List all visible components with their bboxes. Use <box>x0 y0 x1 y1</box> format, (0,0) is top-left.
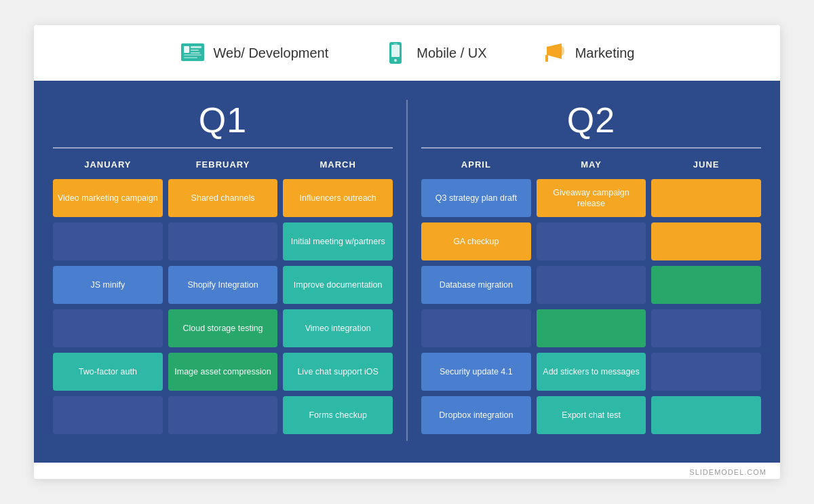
q1-title: Q1 <box>53 100 393 140</box>
cell-add-stickers: Add stickers to messages <box>537 353 646 391</box>
cell-forms-checkup: Forms checkup <box>283 396 393 434</box>
march-header: MARCH <box>283 155 393 174</box>
q1-months-header: JANUARY Video marketing campaign JS mini… <box>53 155 393 434</box>
quarter-q2: Q2 APRIL Q3 strategy plan draft GA check… <box>421 100 761 441</box>
web-dev-icon <box>180 40 206 66</box>
legend-item-web: Web/ Development <box>180 40 329 66</box>
cell-apr-empty-4 <box>421 309 531 347</box>
cell-may-empty-3 <box>537 266 646 304</box>
quarter-q1: Q1 JANUARY Video marketing campaign JS m… <box>53 100 393 441</box>
svg-rect-8 <box>391 45 400 57</box>
q2-divider <box>421 147 761 149</box>
february-col: FEBRUARY Shared channels Shopify Integra… <box>168 155 278 434</box>
legend-bar: Web/ Development Mobile / UX <box>34 25 780 81</box>
svg-rect-6 <box>184 57 197 58</box>
quarter-separator <box>406 100 408 441</box>
cell-ga-checkup: GA checkup <box>421 222 531 260</box>
svg-rect-1 <box>184 46 189 53</box>
cell-image-asset: Image asset compression <box>168 353 278 391</box>
cell-may-green-4 <box>537 309 646 347</box>
web-dev-label: Web/ Development <box>214 45 329 61</box>
cell-shopify: Shopify Integration <box>168 266 278 304</box>
cell-shared-channels: Shared channels <box>168 179 278 217</box>
cell-two-factor: Two-factor auth <box>53 353 163 391</box>
svg-rect-12 <box>545 55 548 62</box>
svg-rect-5 <box>184 54 201 56</box>
svg-point-13 <box>559 46 564 56</box>
june-col: JUNE <box>651 155 761 434</box>
cell-live-chat: Live chat support iOS <box>283 353 393 391</box>
svg-rect-10 <box>393 43 398 45</box>
march-col: MARCH Influencers outreach Initial meeti… <box>283 155 393 434</box>
cell-giveaway: Giveaway campaign release <box>537 179 646 217</box>
april-col: APRIL Q3 strategy plan draft GA checkup … <box>421 155 531 434</box>
cell-vimeo: Vimeo integration <box>283 309 393 347</box>
cell-jun-empty-4 <box>651 309 761 347</box>
cell-influencers: Influencers outreach <box>283 179 393 217</box>
cell-q3-strategy: Q3 strategy plan draft <box>421 179 531 217</box>
svg-rect-2 <box>191 46 201 48</box>
mobile-ux-label: Mobile / UX <box>416 45 486 61</box>
june-header: JUNE <box>651 155 761 174</box>
watermark: SLIDEMODEL.COM <box>34 463 780 479</box>
january-col: JANUARY Video marketing campaign JS mini… <box>53 155 163 434</box>
may-col: MAY Giveaway campaign release Add sticke… <box>537 155 646 434</box>
cell-dropbox: Dropbox integration <box>421 396 531 434</box>
legend-item-mobile: Mobile / UX <box>383 40 486 66</box>
cell-may-empty-2 <box>537 222 646 260</box>
cell-feb-empty-2 <box>168 222 278 260</box>
svg-point-9 <box>394 59 397 62</box>
q2-title: Q2 <box>421 100 761 140</box>
february-header: FEBRUARY <box>168 155 278 174</box>
cell-feb-empty-6 <box>168 396 278 434</box>
cell-cloud-storage: Cloud storage testing <box>168 309 278 347</box>
cell-db-migration: Database migration <box>421 266 531 304</box>
calendar-main: Q1 JANUARY Video marketing campaign JS m… <box>34 81 780 463</box>
january-header: JANUARY <box>53 155 163 174</box>
marketing-icon <box>541 40 567 66</box>
svg-rect-3 <box>191 50 199 51</box>
q2-months-header: APRIL Q3 strategy plan draft GA checkup … <box>421 155 761 434</box>
q1-divider <box>53 147 393 149</box>
legend-item-marketing: Marketing <box>541 40 635 66</box>
cell-jun-empty-5 <box>651 353 761 391</box>
cell-jun-teal-6 <box>651 396 761 434</box>
slide-container: Web/ Development Mobile / UX <box>34 25 780 479</box>
may-header: MAY <box>537 155 646 174</box>
marketing-label: Marketing <box>575 45 635 61</box>
cell-improve-docs: Improve documentation <box>283 266 393 304</box>
cell-jun-green-3 <box>651 266 761 304</box>
svg-rect-4 <box>191 52 200 54</box>
cell-js-minify: JS minify <box>53 266 163 304</box>
cell-initial-meeting: Initial meeting w/partners <box>283 222 393 260</box>
cell-jun-orange-2 <box>651 222 761 260</box>
cell-jun-orange-1 <box>651 179 761 217</box>
cell-jan-empty-2 <box>53 222 163 260</box>
april-header: APRIL <box>421 155 531 174</box>
cell-jan-empty-6 <box>53 396 163 434</box>
cell-video-marketing: Video marketing campaign <box>53 179 163 217</box>
cell-jan-empty-4 <box>53 309 163 347</box>
cell-export-chat: Export chat test <box>537 396 646 434</box>
cell-security-update: Security update 4.1 <box>421 353 531 391</box>
mobile-ux-icon <box>383 40 408 66</box>
